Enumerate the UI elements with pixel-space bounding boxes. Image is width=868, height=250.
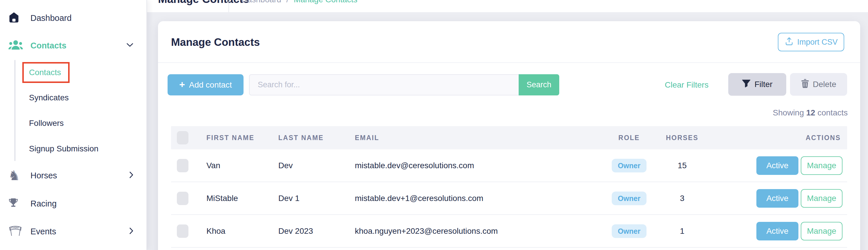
- cell-role: Owner: [609, 159, 649, 172]
- showing-suffix: contacts: [817, 108, 848, 117]
- subitem-label: Followers: [29, 119, 64, 128]
- cell-last-name: Dev: [278, 161, 293, 170]
- cell-email: mistable.dev+1@ceresolutions.com: [355, 194, 483, 203]
- col-header-role: ROLE: [609, 134, 649, 142]
- add-contact-label: Add contact: [189, 80, 232, 90]
- subitem-label: Syndicates: [29, 93, 69, 102]
- delete-button[interactable]: Delete: [790, 73, 847, 96]
- cell-first-name: Van: [207, 161, 220, 170]
- sidebar-item-label: Horses: [30, 171, 57, 180]
- chevron-down-icon: [126, 43, 133, 48]
- funnel-icon: [742, 80, 751, 90]
- showing-count: Showing 12 contacts: [773, 108, 848, 118]
- people-icon: [8, 40, 23, 51]
- svg-text:EVENT: EVENT: [11, 226, 20, 229]
- cell-role: Owner: [609, 191, 649, 205]
- sidebar-item-horses[interactable]: ♞ Horses: [0, 167, 146, 184]
- col-header-last-name: LAST NAME: [278, 134, 324, 142]
- sidebar-subitem-signup-submission[interactable]: Signup Submission: [29, 140, 99, 157]
- upload-icon: [784, 36, 794, 48]
- page-title: Manage Contacts: [158, 0, 249, 5]
- table-header-row: FIRST NAME LAST NAME EMAIL ROLE HORSES A…: [171, 126, 847, 149]
- table-row: MiStable Dev 1 mistable.dev+1@ceresoluti…: [171, 182, 847, 215]
- table-row: Khoa Dev 2023 khoa.nguyen+2023@ceresolut…: [171, 215, 847, 248]
- card-heading: Manage Contacts: [171, 36, 260, 49]
- cell-first-name: Khoa: [207, 226, 225, 236]
- row-checkbox[interactable]: [177, 224, 188, 238]
- manage-button[interactable]: Manage: [801, 222, 842, 241]
- active-status-button[interactable]: Active: [756, 189, 799, 208]
- app-root: Manage Contacts Dashboard / Manage Conta…: [0, 0, 868, 250]
- add-contact-button[interactable]: + Add contact: [167, 74, 244, 95]
- role-badge: Owner: [612, 224, 647, 238]
- col-header-horses: HORSES: [662, 134, 703, 142]
- sidebar-subitem-followers[interactable]: Followers: [29, 115, 64, 131]
- cell-last-name: Dev 2023: [278, 226, 313, 236]
- showing-prefix: Showing: [773, 108, 804, 117]
- submenu-indent-line: [14, 60, 16, 161]
- cell-horses: 1: [662, 226, 703, 236]
- trash-icon: [801, 79, 809, 90]
- contacts-table: FIRST NAME LAST NAME EMAIL ROLE HORSES A…: [171, 126, 847, 248]
- role-badge: Owner: [612, 191, 647, 205]
- cell-last-name: Dev 1: [278, 194, 300, 203]
- breadcrumb-separator: /: [286, 0, 289, 4]
- role-badge: Owner: [612, 159, 647, 172]
- sidebar-subitem-contacts[interactable]: Contacts: [29, 64, 61, 81]
- cell-email: khoa.nguyen+2023@ceresolutions.com: [355, 226, 498, 236]
- row-checkbox[interactable]: [177, 159, 188, 172]
- filter-button[interactable]: Filter: [728, 73, 786, 96]
- showing-count-value: 12: [806, 108, 815, 117]
- active-status-button[interactable]: Active: [756, 222, 799, 241]
- plus-icon: +: [179, 80, 185, 89]
- breadcrumb-current[interactable]: Manage Contacts: [294, 0, 357, 4]
- sidebar-item-label: Dashboard: [30, 13, 72, 23]
- cell-horses: 15: [662, 161, 703, 170]
- row-checkbox[interactable]: [177, 192, 188, 205]
- cell-first-name: MiStable: [207, 194, 238, 203]
- sidebar-item-dashboard[interactable]: Dashboard: [0, 9, 146, 27]
- sidebar-item-label: Contacts: [30, 41, 66, 51]
- search-input[interactable]: [249, 74, 519, 95]
- clear-filters-link[interactable]: Clear Filters: [665, 74, 709, 95]
- chevron-right-icon: [129, 171, 133, 180]
- breadcrumb: Dashboard / Manage Contacts: [242, 0, 358, 5]
- manage-button[interactable]: Manage: [801, 156, 842, 175]
- filter-label: Filter: [754, 80, 772, 89]
- search-bar: Search: [249, 74, 559, 95]
- search-button[interactable]: Search: [519, 74, 559, 95]
- cell-horses: 3: [662, 194, 703, 203]
- sidebar-item-racing[interactable]: Racing: [0, 195, 146, 212]
- col-header-actions: ACTIONS: [806, 134, 841, 142]
- card-header-divider: [158, 62, 860, 63]
- subitem-label: Signup Submission: [29, 144, 99, 153]
- cell-role: Owner: [609, 224, 649, 238]
- home-icon: [8, 12, 20, 24]
- cell-email: mistable.dev@ceresolutions.com: [355, 161, 474, 170]
- active-status-button[interactable]: Active: [756, 156, 799, 175]
- breadcrumb-root[interactable]: Dashboard: [242, 0, 281, 4]
- manage-button[interactable]: Manage: [801, 189, 842, 208]
- chevron-right-icon: [129, 227, 133, 236]
- import-csv-button[interactable]: Import CSV: [778, 33, 844, 51]
- manage-contacts-card: Manage Contacts Import CSV + Add contact…: [158, 21, 860, 250]
- import-csv-label: Import CSV: [797, 38, 838, 47]
- sidebar-item-contacts[interactable]: Contacts: [0, 37, 146, 54]
- events-banner-icon: EVENT: [8, 225, 23, 238]
- sidebar-item-label: Events: [30, 227, 56, 237]
- table-row: Van Dev mistable.dev@ceresolutions.com O…: [171, 149, 847, 182]
- sidebar-item-events[interactable]: EVENT Events: [0, 223, 146, 240]
- delete-label: Delete: [813, 80, 836, 89]
- sidebar: Dashboard Contacts Contacts: [0, 0, 147, 250]
- col-header-first-name: FIRST NAME: [207, 134, 254, 142]
- sidebar-item-label: Racing: [30, 199, 57, 209]
- header-divider: [228, 1, 229, 12]
- sidebar-subitem-syndicates[interactable]: Syndicates: [29, 90, 69, 106]
- col-header-email: EMAIL: [355, 134, 379, 142]
- subitem-label: Contacts: [29, 68, 61, 77]
- select-all-checkbox[interactable]: [177, 131, 188, 145]
- horse-icon: ♞: [8, 169, 20, 182]
- trophy-icon: [8, 198, 19, 209]
